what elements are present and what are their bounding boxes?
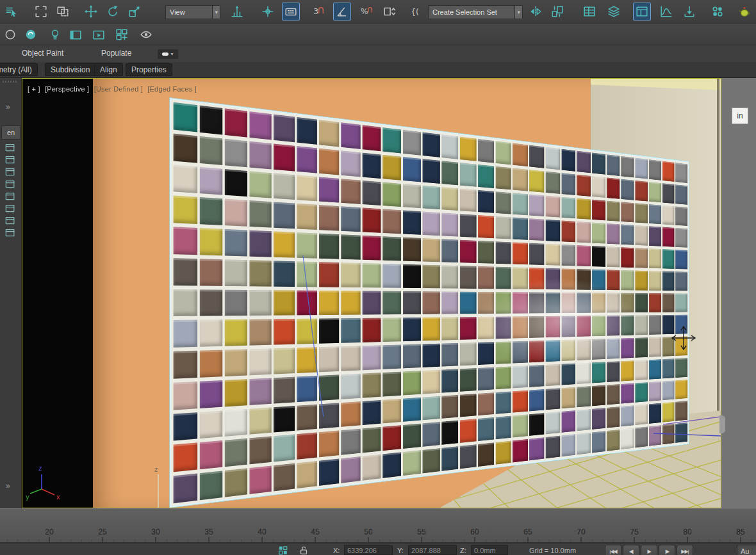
ribbon-tab-object-paint[interactable]: Object Paint (22, 49, 63, 58)
material-cube[interactable] (403, 450, 421, 476)
select-and-move-icon[interactable] (82, 3, 100, 20)
schematic-view-icon[interactable] (680, 3, 698, 20)
material-cube[interactable] (577, 174, 590, 196)
material-cube[interactable] (319, 403, 339, 429)
window-crossing-selection-icon[interactable] (54, 3, 72, 20)
material-cube[interactable] (513, 292, 528, 314)
material-cube[interactable] (460, 394, 477, 417)
reference-coordinate-system-dropdown[interactable]: View▾ (165, 5, 220, 19)
material-cube[interactable] (561, 245, 575, 266)
material-cube[interactable] (274, 435, 295, 462)
material-cube[interactable] (297, 117, 317, 145)
material-cube[interactable] (225, 229, 247, 256)
material-cube[interactable] (319, 459, 339, 486)
animation-preview-icon[interactable] (90, 26, 108, 44)
material-cube[interactable] (649, 315, 661, 335)
material-cube[interactable] (546, 171, 561, 193)
material-cube[interactable] (174, 320, 197, 348)
material-cube[interactable] (662, 293, 675, 312)
material-cube[interactable] (649, 425, 661, 446)
material-cube[interactable] (341, 234, 360, 259)
viewport-menu-plus[interactable]: [ + ] (28, 85, 40, 93)
material-cube[interactable] (577, 409, 590, 431)
material-cube[interactable] (441, 291, 458, 314)
material-cube[interactable] (577, 269, 590, 290)
material-cube[interactable] (495, 191, 511, 214)
material-cube[interactable] (546, 388, 561, 410)
track-bar[interactable]: 2025303540455055606570758085 (0, 508, 756, 543)
left-strip-icon[interactable] (5, 229, 15, 238)
material-cube[interactable] (592, 431, 605, 453)
keyboard-shortcut-override-icon[interactable] (282, 3, 300, 20)
material-cube[interactable] (422, 422, 440, 447)
graphite-ribbon-toggle-icon[interactable] (633, 3, 651, 20)
material-cube[interactable] (383, 318, 402, 342)
go-to-start-button[interactable]: |◀◀ (605, 545, 621, 555)
material-cube[interactable] (662, 183, 675, 204)
material-cube[interactable] (441, 213, 458, 237)
material-cube[interactable] (478, 266, 494, 289)
material-cube[interactable] (675, 206, 687, 226)
material-cube[interactable] (441, 187, 458, 211)
material-cube[interactable] (319, 149, 339, 175)
material-cube[interactable] (225, 350, 247, 376)
material-cube[interactable] (441, 343, 458, 367)
material-cube[interactable] (297, 461, 317, 488)
material-cube[interactable] (199, 440, 222, 469)
angle-snap-toggle-icon[interactable] (333, 3, 351, 20)
material-cube[interactable] (607, 384, 620, 405)
material-cube[interactable] (513, 366, 528, 388)
material-cube[interactable] (607, 269, 620, 290)
material-cube[interactable] (319, 177, 339, 203)
material-cube[interactable] (621, 316, 634, 335)
material-cube[interactable] (441, 421, 458, 445)
material-cube[interactable] (297, 404, 317, 431)
material-cube[interactable] (460, 214, 477, 237)
material-cube[interactable] (422, 238, 440, 262)
material-cube-wall[interactable] (170, 98, 689, 508)
expand-chevron-top[interactable]: » (6, 102, 10, 111)
snaps-toggle-3d-icon[interactable]: 3 (309, 3, 327, 20)
material-cube[interactable] (199, 350, 222, 378)
material-cube[interactable] (199, 106, 222, 135)
material-cube[interactable] (403, 211, 421, 235)
material-cube[interactable] (592, 152, 605, 174)
material-cube[interactable] (174, 382, 197, 410)
material-cube[interactable] (297, 204, 317, 230)
material-cube[interactable] (441, 161, 458, 185)
previous-frame-button[interactable]: ◀| (623, 545, 639, 555)
material-cube[interactable] (362, 318, 381, 342)
material-cube[interactable] (341, 374, 360, 399)
material-cube[interactable] (319, 262, 339, 287)
material-cube[interactable] (662, 161, 675, 182)
material-cube[interactable] (274, 290, 295, 316)
material-cube[interactable] (403, 318, 421, 341)
material-cube[interactable] (592, 246, 605, 267)
material-cube[interactable] (460, 419, 477, 444)
material-cube[interactable] (225, 409, 247, 437)
material-cube[interactable] (561, 434, 575, 456)
material-cube[interactable] (362, 263, 381, 287)
material-cube[interactable] (403, 157, 421, 182)
material-cube[interactable] (607, 316, 620, 336)
material-cube[interactable] (577, 198, 590, 220)
material-cube[interactable] (341, 429, 360, 455)
absolute-offset-toggle-icon[interactable] (278, 545, 288, 555)
next-frame-button[interactable]: |▶ (659, 545, 675, 555)
material-cube[interactable] (403, 184, 421, 209)
material-cube[interactable] (649, 204, 661, 225)
material-cube[interactable] (274, 261, 295, 286)
material-cube[interactable] (460, 342, 477, 366)
material-cube[interactable] (561, 316, 575, 337)
material-cube[interactable] (513, 168, 528, 191)
material-cube[interactable] (403, 344, 421, 369)
z-coordinate-field[interactable]: 0.0mm (471, 545, 508, 555)
material-cube[interactable] (529, 194, 544, 216)
material-cube[interactable] (403, 291, 421, 315)
go-to-end-button[interactable]: ▶▶| (677, 545, 693, 555)
material-cube[interactable] (675, 422, 687, 443)
material-cube[interactable] (621, 293, 634, 312)
material-cube[interactable] (441, 265, 458, 288)
material-cube[interactable] (383, 236, 402, 261)
material-cube[interactable] (649, 159, 661, 180)
